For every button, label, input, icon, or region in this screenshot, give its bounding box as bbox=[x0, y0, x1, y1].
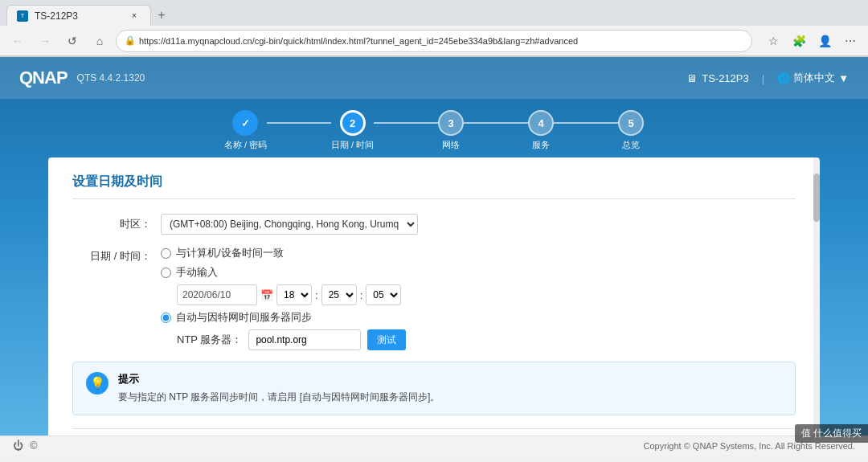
colon-1: : bbox=[315, 289, 318, 301]
test-button[interactable]: 测试 bbox=[367, 329, 406, 350]
tab-bar: T TS-212P3 × + bbox=[0, 0, 868, 26]
step-5-label: 总览 bbox=[622, 139, 640, 151]
date-input[interactable] bbox=[177, 284, 257, 305]
ntp-label: NTP 服务器： bbox=[177, 333, 242, 347]
browser-chrome: T TS-212P3 × + ← → ↺ ⌂ 🔒 https://d11a.my… bbox=[0, 0, 868, 57]
tab-favicon: T bbox=[17, 10, 28, 22]
hint-title: 提示 bbox=[118, 372, 440, 386]
timezone-label: 时区： bbox=[72, 214, 161, 231]
steps-container: ✓ 名称 / 密码 2 日期 / 时间 3 网络 4 服务 bbox=[224, 110, 644, 151]
step-4-label: 服务 bbox=[532, 139, 550, 151]
watermark: 值 什么值得买 bbox=[795, 424, 868, 443]
step-3-label: 网络 bbox=[442, 139, 460, 151]
device-name: TS-212P3 bbox=[702, 72, 749, 84]
ntp-server-input[interactable] bbox=[248, 329, 361, 350]
step-2-label: 日期 / 时间 bbox=[331, 139, 374, 151]
sync-computer-label: 与计算机/设备时间一致 bbox=[176, 246, 284, 260]
qnap-version: QTS 4.4.2.1320 bbox=[77, 72, 145, 84]
step-1-label: 名称 / 密码 bbox=[224, 139, 267, 151]
main-panel: 设置日期及时间 时区： (GMT+08:00) Beijing, Chongqi… bbox=[48, 157, 820, 435]
hint-text: 要与指定的 NTP 服务器同步时间，请启用 [自动与因特网时间服务器同步]。 bbox=[118, 390, 440, 405]
device-info: 🖥 TS-212P3 bbox=[686, 72, 749, 84]
radio-sync-computer: 与计算机/设备时间一致 bbox=[161, 246, 796, 260]
colon-2: : bbox=[360, 289, 363, 301]
step-2: 2 日期 / 时间 bbox=[331, 110, 374, 151]
hint-box: 💡 提示 要与指定的 NTP 服务器同步时间，请启用 [自动与因特网时间服务器同… bbox=[72, 362, 796, 415]
language-selector[interactable]: 🌐 简体中文 ▼ bbox=[777, 71, 849, 85]
browser-bottom: ⏻ © Copyright © QNAP Systems, Inc. All R… bbox=[0, 435, 868, 455]
scrollbar-thumb[interactable] bbox=[813, 174, 820, 222]
step-5: 5 总览 bbox=[618, 110, 644, 151]
radio-manual-input[interactable] bbox=[161, 268, 171, 278]
panel-title: 设置日期及时间 bbox=[72, 174, 796, 199]
url-field[interactable]: 🔒 https://d11a.myqnapcloud.cn/cgi-bin/qu… bbox=[116, 30, 752, 52]
timezone-select[interactable]: (GMT+08:00) Beijing, Chongqing, Hong Kon… bbox=[161, 214, 418, 235]
step-line-1 bbox=[267, 122, 331, 124]
timezone-row: 时区： (GMT+08:00) Beijing, Chongqing, Hong… bbox=[72, 214, 796, 235]
ntp-row: NTP 服务器： 测试 bbox=[177, 329, 796, 350]
step-4: 4 服务 bbox=[528, 110, 554, 151]
step-line-2 bbox=[374, 122, 438, 124]
minute-select[interactable]: 25 bbox=[321, 284, 357, 305]
lang-icon: 🌐 bbox=[777, 72, 790, 84]
second-select[interactable]: 05 bbox=[366, 284, 401, 305]
calendar-icon: 📅 bbox=[260, 289, 273, 301]
device-icon: 🖥 bbox=[686, 72, 697, 84]
home-button[interactable]: ⌂ bbox=[88, 30, 111, 52]
step-5-circle: 5 bbox=[618, 110, 644, 136]
tab-close-button[interactable]: × bbox=[128, 10, 141, 22]
step-line-3 bbox=[464, 122, 528, 124]
date-label: 日期 / 时间： bbox=[72, 246, 161, 264]
copyright-icon: © bbox=[30, 440, 38, 452]
step-line-4 bbox=[554, 122, 618, 124]
qnap-logo: QNAP bbox=[19, 67, 68, 88]
lock-icon: 🔒 bbox=[125, 35, 136, 46]
header-right: 🖥 TS-212P3 | 🌐 简体中文 ▼ bbox=[686, 71, 849, 85]
power-icon[interactable]: ⏻ bbox=[13, 440, 23, 452]
page-content: QNAP QTS 4.4.2.1320 🖥 TS-212P3 | 🌐 简体中文 … bbox=[0, 57, 868, 435]
lang-arrow-icon: ▼ bbox=[838, 72, 849, 84]
browser-actions: ☆ 🧩 👤 ⋯ bbox=[762, 30, 862, 52]
forward-button[interactable]: → bbox=[34, 30, 56, 52]
scrollbar[interactable] bbox=[813, 157, 820, 435]
date-time-row: 日期 / 时间： 与计算机/设备时间一致 手动输入 📅 18 bbox=[72, 246, 796, 350]
hint-content: 提示 要与指定的 NTP 服务器同步时间，请启用 [自动与因特网时间服务器同步]… bbox=[118, 372, 440, 405]
new-tab-button[interactable]: + bbox=[151, 5, 172, 26]
radio-manual: 手动输入 bbox=[161, 265, 796, 280]
extensions-button[interactable]: 🧩 bbox=[788, 30, 810, 52]
refresh-button[interactable]: ↺ bbox=[61, 30, 84, 52]
step-2-circle: 2 bbox=[340, 110, 366, 136]
radio-sync-computer-input[interactable] bbox=[161, 248, 171, 259]
qnap-header: QNAP QTS 4.4.2.1320 🖥 TS-212P3 | 🌐 简体中文 … bbox=[0, 57, 868, 99]
header-divider: | bbox=[762, 72, 764, 84]
step-3: 3 网络 bbox=[438, 110, 464, 151]
menu-button[interactable]: ⋯ bbox=[839, 30, 862, 52]
address-bar: ← → ↺ ⌂ 🔒 https://d11a.myqnapcloud.cn/cg… bbox=[0, 26, 868, 56]
step-1-circle: ✓ bbox=[232, 110, 258, 136]
timezone-content: (GMT+08:00) Beijing, Chongqing, Hong Kon… bbox=[161, 214, 796, 235]
step-4-circle: 4 bbox=[528, 110, 554, 136]
bottom-left: ⏻ © bbox=[13, 440, 38, 452]
ntp-sync-label: 自动与因特网时间服务器同步 bbox=[176, 310, 312, 325]
date-inputs-row: 📅 18 : 25 : 05 bbox=[177, 284, 796, 305]
step-1: ✓ 名称 / 密码 bbox=[224, 110, 267, 151]
logo-area: QNAP QTS 4.4.2.1320 bbox=[19, 67, 145, 88]
star-button[interactable]: ☆ bbox=[762, 30, 784, 52]
url-text: https://d11a.myqnapcloud.cn/cgi-bin/quic… bbox=[139, 36, 578, 46]
date-content: 与计算机/设备时间一致 手动输入 📅 18 : 25 bbox=[161, 246, 796, 350]
hint-icon: 💡 bbox=[86, 372, 108, 395]
browser-tab[interactable]: T TS-212P3 × bbox=[6, 5, 151, 26]
manual-label: 手动输入 bbox=[176, 265, 218, 280]
back-button[interactable]: ← bbox=[6, 30, 29, 52]
profile-button[interactable]: 👤 bbox=[813, 30, 836, 52]
radio-ntp: 自动与因特网时间服务器同步 bbox=[161, 310, 796, 325]
form-footer: 取消 返回 下一步 bbox=[72, 428, 796, 435]
tab-title: TS-212P3 bbox=[35, 10, 78, 22]
radio-ntp-input[interactable] bbox=[161, 313, 171, 323]
step-bar: ✓ 名称 / 密码 2 日期 / 时间 3 网络 4 服务 bbox=[0, 99, 868, 157]
language-text: 简体中文 bbox=[793, 71, 835, 85]
hour-select[interactable]: 18 bbox=[276, 284, 312, 305]
step-3-circle: 3 bbox=[438, 110, 464, 136]
